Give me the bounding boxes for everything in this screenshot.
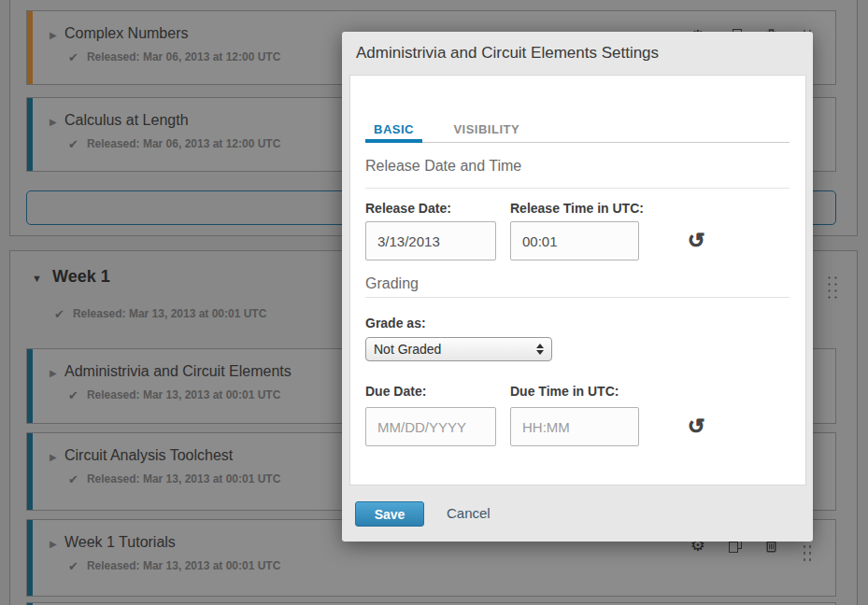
tab-visibility[interactable]: VISIBILITY	[445, 117, 528, 142]
due-date-label: Due Date:	[365, 384, 510, 399]
modal-panel: BASIC VISIBILITY Release Date and Time R…	[349, 75, 806, 485]
grade-as-value: Not Graded	[374, 342, 441, 357]
release-date-input[interactable]	[365, 221, 496, 260]
modal-tabs: BASIC VISIBILITY	[365, 117, 790, 143]
release-section-heading: Release Date and Time	[365, 158, 790, 189]
save-button[interactable]: Save	[355, 501, 424, 527]
due-date-input[interactable]	[365, 407, 496, 446]
reset-release-icon[interactable]: ↺	[688, 231, 704, 251]
subsection-settings-modal: Administrivia and Circuit Elements Setti…	[342, 32, 813, 542]
select-stepper-icon	[536, 344, 544, 355]
grading-section-heading: Grading	[365, 275, 790, 298]
modal-title: Administrivia and Circuit Elements Setti…	[356, 44, 659, 63]
grade-as-select[interactable]: Not Graded	[365, 337, 552, 361]
course-outline-screen: ▶ Complex Numbers ✔ Released: Mar 06, 20…	[0, 0, 868, 605]
release-time-label: Release Time in UTC:	[510, 201, 644, 216]
tab-basic[interactable]: BASIC	[365, 117, 422, 142]
release-date-label: Release Date:	[365, 201, 510, 216]
due-time-input[interactable]	[510, 407, 639, 446]
grade-as-label: Grade as:	[365, 316, 790, 331]
cancel-link[interactable]: Cancel	[447, 505, 491, 521]
reset-due-icon[interactable]: ↺	[688, 416, 704, 437]
due-time-label: Due Time in UTC:	[510, 384, 619, 399]
release-time-input[interactable]	[510, 221, 639, 260]
